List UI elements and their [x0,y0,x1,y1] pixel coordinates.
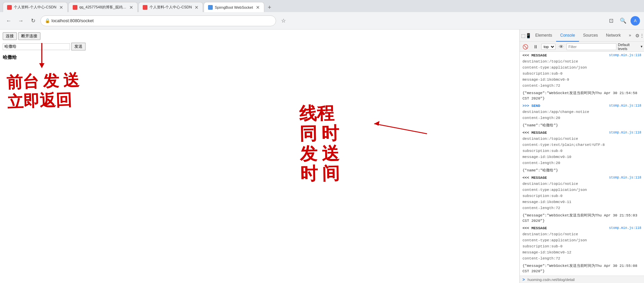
console-source-link[interactable]: stomp.min.js:118 [609,226,641,231]
refresh-button[interactable]: ↻ [28,16,38,26]
console-source-link[interactable]: stomp.min.js:118 [609,103,641,109]
tab-close-3[interactable]: ✕ [195,5,199,10]
console-line: {"message":"WebSocket发送当前时间为Thu Apr 30 2… [520,212,644,224]
front-send-annotation: 前台 发 送立即返回 [6,70,80,112]
tab-label-3: 个人资料-个人中心-CSDN [149,5,192,10]
main-area: 连接 断开连接 发送 哈撒给 前台 发 送立即返回 线程同 时发 送时 间 [0,30,644,283]
console-line: content-type:application/json [520,237,644,243]
console-source-link[interactable]: stomp.min.js:118 [609,175,641,180]
bookmark-button[interactable]: ☆ [279,16,288,26]
console-line: message-id:1kobmcv0-9 [520,77,644,83]
address-bar[interactable]: 🔒 localhost:8080/socket [40,15,276,26]
console-line: {"name":"哈撒给"} [520,122,644,128]
tab-favicon-1 [7,5,12,10]
console-line: <<< MESSAGEstomp.min.js:118 [520,175,644,181]
annotations-svg [0,30,519,283]
console-line: content-length:72 [520,205,644,211]
console-line: message-id:1kobmcv0-12 [520,249,644,255]
context-selector[interactable]: top [541,44,555,50]
devtools-inspect-icon[interactable]: ⬚ [521,31,526,40]
message-display: 哈撒给 [3,54,517,60]
browser-controls: ← → ↻ 🔒 localhost:8080/socket ☆ ⊡ 🔍 A [0,12,644,30]
console-line: {"message":"WebSocket发送当前时间为Thu Apr 30 2… [520,263,644,274]
back-button[interactable]: ← [4,16,13,26]
console-line: {"name":"哈撒给"} [520,167,644,173]
tab-label-2: qq_42577548的博客_掘鸡立断 [79,5,127,10]
tab-1[interactable]: 个人资料-个人中心-CSDN ✕ [3,2,68,12]
console-line: content-type:application/json [520,187,644,193]
pause-icon[interactable]: ⏸ [531,42,540,51]
console-cursor: > [522,277,525,282]
forward-button[interactable]: → [16,16,26,26]
devtools-menu-icon[interactable]: ⋮ [640,31,644,40]
console-line: <<< MESSAGEstomp.min.js:118 [520,52,644,58]
tab-close-1[interactable]: ✕ [59,5,63,10]
profile-button[interactable]: A [631,16,640,26]
console-line: destination:/topic/notice [520,231,644,237]
tab-4[interactable]: SpirngBoot WebSocket ✕ [204,2,264,12]
console-line: subscription:sub-0 [520,148,644,154]
devtools-device-icon[interactable]: 📱 [526,31,531,40]
thread-annotation: 线程同 时发 送时 间 [299,103,340,184]
console-source-link[interactable]: stomp.min.js:118 [609,130,641,135]
tab-elements[interactable]: Elements [531,30,556,42]
name-input[interactable] [3,43,70,50]
console-line: message-id:1kobmcv0-11 [520,199,644,205]
console-line: content-length:72 [520,83,644,89]
console-line: destination:/topic/notice [520,136,644,142]
devtools-content[interactable]: <<< MESSAGEstomp.min.js:118destination:/… [520,52,644,276]
tab-more[interactable]: » [625,30,635,42]
tab-3[interactable]: 个人资料-个人中心-CSDN ✕ [138,2,203,12]
cast-button[interactable]: ⊡ [606,16,616,26]
console-line: >>> SENDstomp.min.js:118 [520,103,644,109]
eye-icon[interactable]: 👁 [557,42,566,51]
devtools-panel: ⬚ 📱 Elements Console Sources Network » ⚙… [519,30,644,283]
devtools-tabs-bar: ⬚ 📱 Elements Console Sources Network » ⚙… [520,30,644,42]
name-input-row: 发送 [3,43,517,50]
clear-console-icon[interactable]: 🚫 [521,42,530,51]
console-source-link[interactable]: stomp.min.js:118 [609,53,641,58]
console-line: content-length:72 [520,255,644,261]
console-line: message-id:1kobmcv0-10 [520,154,644,160]
tab-close-4[interactable]: ✕ [256,5,260,10]
tab-favicon-3 [143,5,147,10]
default-levels[interactable]: Default levels ▾ [618,43,643,51]
console-line: subscription:sub-0 [520,243,644,249]
tab-favicon-4 [208,5,213,10]
console-line: destination:/topic/notice [520,181,644,187]
console-line: destination:/topic/notice [520,58,644,65]
page-buttons: 连接 断开连接 [3,32,517,40]
console-line: <<< MESSAGEstomp.min.js:118 [520,130,644,136]
page-content: 连接 断开连接 发送 哈撒给 前台 发 送立即返回 线程同 时发 送时 间 [0,30,519,283]
console-line: content-type:application/json [520,65,644,71]
svg-marker-1 [39,63,44,68]
devtools-toolbar: 🚫 ⏸ top 👁 Default levels ▾ [520,42,644,52]
disconnect-button[interactable]: 断开连接 [18,32,40,40]
tab-2[interactable]: qq_42577548的博客_掘鸡立断 ✕ [68,2,138,12]
svg-marker-3 [374,121,379,126]
address-text: localhost:8080/socket [52,18,94,23]
lock-icon: 🔒 [45,18,50,23]
console-line: content-length:20 [520,115,644,121]
new-tab-button[interactable]: + [265,3,274,12]
tab-network[interactable]: Network [602,30,625,42]
devtools-status-bar: > huoming.csdn.net/blog/detail [520,276,644,283]
tab-label-1: 个人资料-个人中心-CSDN [14,5,57,10]
connect-button[interactable]: 连接 [3,32,17,40]
console-line: subscription:sub-0 [520,193,644,199]
send-button[interactable]: 发送 [71,43,86,50]
tab-label-4: SpirngBoot WebSocket [215,5,253,9]
console-line: <<< MESSAGEstomp.min.js:118 [520,225,644,231]
tab-console[interactable]: Console [556,30,579,42]
status-text: huoming.csdn.net/blog/detail [528,278,575,282]
tab-favicon-2 [73,5,77,10]
tab-bar: 个人资料-个人中心-CSDN ✕ qq_42577548的博客_掘鸡立断 ✕ 个… [0,0,644,12]
console-line: destination:/app/change-notice [520,109,644,115]
tab-sources[interactable]: Sources [579,30,602,42]
devtools-settings-icon[interactable]: ⚙ [635,31,640,40]
console-line: content-type:text/plain;charset=UTF-8 [520,142,644,148]
filter-input[interactable] [567,43,616,50]
tab-close-2[interactable]: ✕ [129,5,133,10]
zoom-button[interactable]: 🔍 [618,16,628,26]
svg-line-2 [374,124,427,134]
